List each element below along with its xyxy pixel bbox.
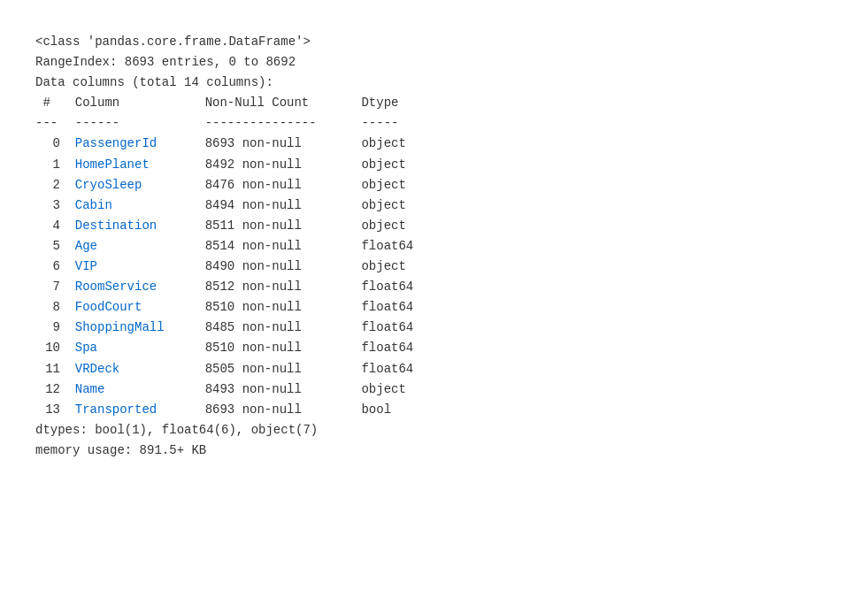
table-row: 7 RoomService 8512 non-null float64 — [35, 277, 833, 297]
table-row: 2 CryoSleep 8476 non-null object — [35, 175, 833, 195]
separator-row: --- ------ --------------- ----- — [35, 113, 833, 134]
table-header: # Column Non-Null Count Dtype — [35, 93, 833, 113]
table-row: 0 PassengerId 8693 non-null object — [35, 134, 833, 154]
output-block: <class 'pandas.core.frame.DataFrame'> Ra… — [27, 18, 841, 475]
table-row: 13 Transported 8693 non-null bool — [35, 400, 833, 420]
data-columns-line: Data columns (total 14 columns): — [35, 73, 833, 93]
table-row: 11 VRDeck 8505 non-null float64 — [35, 359, 833, 379]
memory-line: memory usage: 891.5+ KB — [35, 441, 833, 461]
table-row: 9 ShoppingMall 8485 non-null float64 — [35, 318, 833, 338]
header-row: # Column Non-Null Count Dtype — [35, 93, 833, 113]
table-rows: 0 PassengerId 8693 non-null object1 Home… — [35, 134, 833, 419]
table-row: 1 HomePlanet 8492 non-null object — [35, 155, 833, 175]
table-row: 12 Name 8493 non-null object — [35, 379, 833, 400]
range-line: RangeIndex: 8693 entries, 0 to 8692 — [35, 52, 833, 73]
class-line: <class 'pandas.core.frame.DataFrame'> — [35, 32, 833, 52]
table-row: 3 Cabin 8494 non-null object — [35, 195, 833, 216]
dtypes-line: dtypes: bool(1), float64(6), object(7) — [35, 420, 833, 441]
table-row: 5 Age 8514 non-null float64 — [35, 236, 833, 257]
table-separator: --- ------ --------------- ----- — [35, 113, 833, 134]
table-row: 8 FoodCourt 8510 non-null float64 — [35, 297, 833, 318]
table-row: 4 Destination 8511 non-null object — [35, 216, 833, 236]
table-row: 10 Spa 8510 non-null float64 — [35, 338, 833, 358]
table-row: 6 VIP 8490 non-null object — [35, 257, 833, 277]
